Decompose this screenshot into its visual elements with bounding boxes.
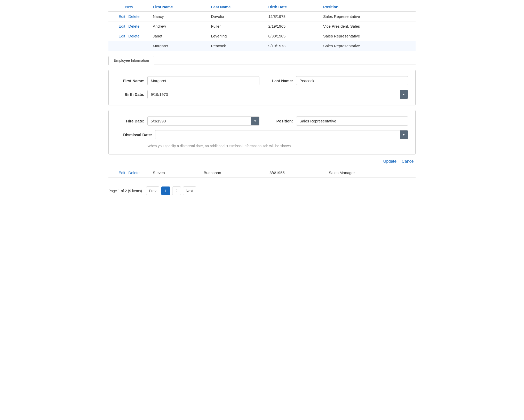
update-button[interactable]: Update: [383, 159, 397, 164]
lastname-input[interactable]: [296, 76, 408, 85]
employees-table: New First Name Last Name Birth Date Posi…: [108, 3, 416, 51]
dismissal-help-text: When you specify a dismissal date, an ad…: [116, 144, 408, 148]
col-header-position: Position: [320, 3, 416, 11]
dismissaldate-input[interactable]: [155, 130, 400, 139]
employees-table-bottom: EditDeleteStevenBuchanan3/4/1955Sales Ma…: [108, 168, 416, 178]
dismissaldate-label: Dismissal Date:: [116, 133, 152, 137]
personal-info-card: First Name: Last Name: Birth Date: ▾: [108, 70, 416, 105]
hiredate-input[interactable]: [148, 117, 251, 125]
col-header-actions[interactable]: New: [108, 3, 150, 11]
col-header-birthdate: Birth Date: [265, 3, 320, 11]
page-1-button[interactable]: 1: [161, 186, 170, 195]
hiredate-label: Hire Date:: [116, 119, 144, 123]
col-header-firstname: First Name: [150, 3, 208, 11]
firstname-input[interactable]: [147, 76, 259, 85]
position-input[interactable]: [296, 116, 408, 126]
chevron-down-icon: ▾: [403, 133, 405, 137]
edit-button[interactable]: Edit: [117, 34, 127, 38]
hiredate-picker-button[interactable]: ▾: [251, 117, 259, 125]
table-row: EditDeleteStevenBuchanan3/4/1955Sales Ma…: [108, 168, 416, 178]
birthdate-picker-button[interactable]: ▾: [400, 90, 408, 99]
new-button[interactable]: New: [124, 5, 134, 9]
delete-button[interactable]: Delete: [127, 14, 141, 19]
employment-info-card: Hire Date: ▾ Position: Dismissal Date:: [108, 110, 416, 154]
birthdate-label: Birth Date:: [116, 92, 144, 97]
dismissaldate-wrapper: ▾: [155, 130, 408, 139]
delete-button[interactable]: Delete: [127, 170, 141, 175]
dismissaldate-picker-button[interactable]: ▾: [400, 130, 408, 139]
firstname-label: First Name:: [116, 79, 144, 83]
chevron-down-icon: ▾: [254, 119, 256, 123]
pagination-info: Page 1 of 2 (9 items): [108, 189, 142, 193]
edit-button[interactable]: Edit: [117, 170, 127, 175]
tab-bar: Employee Information: [108, 56, 416, 65]
tab-section: Employee Information: [108, 56, 416, 65]
hiredate-wrapper: ▾: [147, 116, 259, 126]
prev-button[interactable]: Prev: [146, 186, 159, 195]
delete-button[interactable]: Delete: [127, 24, 141, 28]
table-row: MargaretPeacock9/19/1973Sales Representa…: [108, 41, 416, 51]
tab-employee-information[interactable]: Employee Information: [108, 56, 154, 65]
edit-button[interactable]: Edit: [117, 24, 127, 28]
chevron-down-icon: ▾: [403, 92, 405, 96]
edit-button[interactable]: Edit: [117, 14, 127, 19]
table-row: EditDeleteJanetLeverling8/30/1985Sales R…: [108, 31, 416, 41]
pagination: Page 1 of 2 (9 items) Prev 1 2 Next: [108, 183, 416, 197]
birthdate-input[interactable]: [148, 90, 400, 99]
table-row: EditDeleteNancyDavolio12/8/1978Sales Rep…: [108, 11, 416, 21]
page-2-button[interactable]: 2: [172, 186, 181, 195]
position-label: Position:: [265, 119, 293, 123]
lastname-label: Last Name:: [265, 79, 293, 83]
action-row: Update Cancel: [108, 159, 416, 164]
cancel-button[interactable]: Cancel: [402, 159, 415, 164]
birthdate-wrapper: ▾: [147, 90, 408, 99]
col-header-lastname: Last Name: [208, 3, 265, 11]
delete-button[interactable]: Delete: [127, 34, 141, 38]
table-row: EditDeleteAndrewFuller2/19/1965Vice Pres…: [108, 21, 416, 31]
next-button[interactable]: Next: [183, 186, 196, 195]
